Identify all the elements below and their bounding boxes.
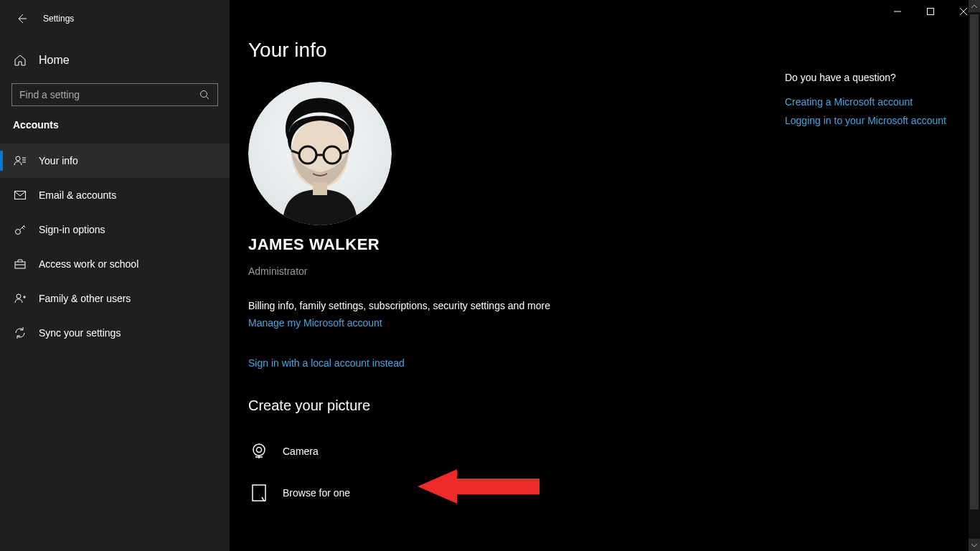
arrow-left-icon [16, 13, 27, 24]
svg-point-26 [253, 444, 265, 456]
local-account-link[interactable]: Sign in with a local account instead [248, 357, 950, 369]
sidebar-item-your-info[interactable]: Your info [0, 143, 230, 178]
briefcase-icon [13, 257, 27, 271]
option-label: Camera [283, 446, 319, 457]
svg-rect-28 [253, 485, 265, 501]
sidebar-item-family-users[interactable]: Family & other users [0, 281, 230, 316]
svg-line-1 [207, 97, 209, 100]
svg-point-7 [16, 230, 21, 235]
scrollbar-thumb[interactable] [970, 14, 979, 509]
sidebar-item-label: Email & accounts [39, 189, 116, 201]
svg-point-0 [201, 91, 207, 98]
create-picture-heading: Create your picture [248, 397, 950, 414]
sidebar-item-sign-in-options[interactable]: Sign-in options [0, 212, 230, 247]
svg-rect-6 [15, 192, 26, 199]
back-button[interactable] [13, 10, 30, 27]
svg-rect-20 [313, 182, 327, 195]
person-card-icon [13, 154, 27, 168]
scrollbar[interactable] [969, 0, 980, 551]
user-avatar [248, 82, 392, 225]
svg-point-27 [257, 448, 262, 453]
option-label: Browse for one [283, 487, 350, 499]
page-title: Your info [248, 39, 950, 62]
user-role: Administrator [248, 265, 950, 277]
search-wrap [0, 83, 230, 106]
sidebar-item-label: Your info [39, 155, 78, 166]
sidebar-item-email-accounts[interactable]: Email & accounts [0, 178, 230, 212]
sidebar-item-label: Sync your settings [39, 327, 121, 339]
scroll-down-button[interactable] [969, 539, 980, 551]
manage-account-link[interactable]: Manage my Microsoft account [248, 317, 950, 329]
sidebar-item-access-work-school[interactable]: Access work or school [0, 247, 230, 281]
main-panel: Your info [230, 0, 980, 551]
svg-point-10 [17, 294, 21, 298]
sidebar-header: Settings [0, 7, 230, 30]
sync-icon [13, 326, 27, 340]
key-icon [13, 222, 27, 237]
home-icon [13, 53, 27, 67]
camera-icon [248, 441, 270, 462]
svg-point-29 [263, 500, 265, 501]
help-title: Do you have a question? [785, 72, 964, 83]
sidebar-item-label: Sign-in options [39, 224, 105, 235]
chevron-down-icon [971, 542, 978, 548]
window-title: Settings [43, 14, 74, 24]
sidebar-section-label: Accounts [0, 119, 230, 131]
search-box[interactable] [11, 83, 218, 106]
people-icon [13, 291, 27, 306]
sidebar-item-label: Family & other users [39, 293, 131, 304]
search-input[interactable] [19, 89, 199, 100]
mail-icon [13, 188, 27, 202]
sidebar: Settings Home Accounts Your info [0, 0, 230, 551]
user-name: JAMES WALKER [248, 235, 950, 254]
home-label: Home [39, 54, 70, 67]
settings-window: Settings Home Accounts Your info [0, 0, 980, 551]
scroll-up-button[interactable] [969, 0, 980, 12]
sidebar-item-label: Access work or school [39, 258, 138, 270]
billing-info-text: Billing info, family settings, subscript… [248, 300, 950, 311]
camera-option[interactable]: Camera [248, 433, 950, 470]
search-icon [199, 89, 210, 100]
picture-file-icon [248, 482, 270, 504]
sidebar-item-sync-settings[interactable]: Sync your settings [0, 316, 230, 350]
help-link-create-account[interactable]: Creating a Microsoft account [785, 96, 964, 108]
svg-point-2 [16, 156, 20, 161]
browse-for-one-option[interactable]: Browse for one [248, 474, 950, 512]
help-panel: Do you have a question? Creating a Micro… [785, 72, 964, 133]
home-button[interactable]: Home [0, 46, 230, 75]
help-link-login-account[interactable]: Logging in to your Microsoft account [785, 115, 964, 126]
chevron-up-icon [971, 4, 978, 9]
